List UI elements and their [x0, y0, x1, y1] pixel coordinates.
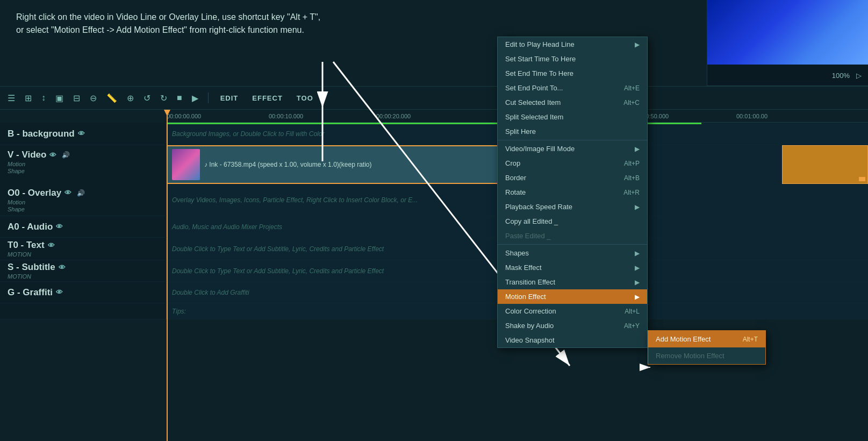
stop-icon[interactable]: ■: [175, 92, 184, 104]
ruler-icon[interactable]: 📏: [104, 92, 119, 104]
menu-item-edit-to-playhead[interactable]: Edit to Play Head Line ▶: [498, 37, 647, 52]
menu-label-edit-to-playhead: Edit to Play Head Line: [505, 40, 575, 48]
menu-arrow-motion-effect: ▶: [635, 293, 640, 301]
track-label-video: V - Video 👁 🔊 Motion Shape: [0, 145, 167, 184]
menu-label-crop: Crop: [505, 159, 520, 167]
overlay-sub-shape: Shape: [8, 206, 159, 212]
menu-label-motion-effect: Motion Effect: [505, 293, 546, 301]
overlay-speaker-icon[interactable]: 🔊: [77, 189, 85, 197]
menu-item-fill-mode[interactable]: Video/Image Fill Mode ▶: [498, 141, 647, 156]
play-icon[interactable]: ▶: [190, 92, 200, 104]
effect-button[interactable]: EFFECT: [248, 93, 287, 103]
menu-item-copy-edited[interactable]: Copy all Edited _: [498, 214, 647, 229]
list-icon[interactable]: ☰: [5, 92, 17, 104]
subtitle-eye-icon[interactable]: 👁: [59, 264, 66, 272]
ruler-mark-0: 00:00:00.000: [167, 113, 201, 119]
overlay-placeholder: Overlay Videos, Images, Icons, Particle …: [172, 196, 418, 204]
menu-item-video-snapshot[interactable]: Video Snapshot: [498, 333, 647, 347]
menu-shortcut-set-end-point: Alt+E: [624, 84, 640, 92]
menu-label-set-start-time: Set Start Time To Here: [505, 55, 576, 63]
menu-item-set-end-time[interactable]: Set End Time To Here: [498, 66, 647, 81]
video-clip-right: [782, 145, 868, 184]
toolbar-divider: [208, 93, 209, 103]
menu-item-border[interactable]: Border Alt+B: [498, 170, 647, 185]
submenu-add-motion-effect[interactable]: Add Motion Effect Alt+T: [648, 331, 765, 347]
menu-item-paste-edited[interactable]: Paste Edited _: [498, 229, 647, 243]
menu-item-color-correction[interactable]: Color Correction Alt+L: [498, 304, 647, 318]
track-label-subtitle: S - Subtitle 👁 MOTION: [0, 260, 167, 281]
split-icon[interactable]: ⊟: [71, 92, 82, 104]
video-sub-motion: Motion: [8, 161, 159, 167]
menu-shortcut-border: Alt+B: [624, 174, 640, 182]
video-eye-icon[interactable]: 👁: [49, 151, 56, 159]
menu-item-playback-speed[interactable]: Playback Speed Rate ▶: [498, 200, 647, 214]
text-eye-icon[interactable]: 👁: [48, 241, 55, 250]
track-name-text: T0 - Text 👁: [8, 240, 159, 251]
ruler-mark-1: 00:00:10.000: [269, 113, 303, 119]
audio-eye-icon[interactable]: 👁: [56, 223, 63, 231]
undo-icon[interactable]: ↺: [141, 92, 153, 104]
graffiti-eye-icon[interactable]: 👁: [56, 288, 63, 296]
menu-arrow-fill-mode: ▶: [635, 145, 640, 153]
track-name-overlay: O0 - Overlay 👁 🔊: [8, 188, 159, 198]
menu-item-crop[interactable]: Crop Alt+P: [498, 156, 647, 170]
menu-item-shapes[interactable]: Shapes ▶: [498, 246, 647, 260]
play-button[interactable]: ▷: [856, 72, 862, 80]
frame-icon[interactable]: ▣: [53, 92, 66, 104]
overlay-eye-icon[interactable]: 👁: [64, 189, 71, 197]
preview-panel: 100% ▷: [707, 0, 868, 86]
menu-item-shake-by-audio[interactable]: Shake by Audio Alt+Y: [498, 318, 647, 333]
context-menu: Edit to Play Head Line ▶ Set Start Time …: [497, 37, 648, 348]
menu-arrow-shapes: ▶: [635, 250, 640, 257]
menu-item-set-end-point[interactable]: Set End Point To... Alt+E: [498, 81, 647, 95]
menu-label-cut-selected: Cut Selected Item: [505, 98, 561, 106]
zoom-out-icon[interactable]: ⊖: [88, 92, 99, 104]
graffiti-name-text: G - Graffiti: [8, 287, 53, 298]
edit-button[interactable]: EDIT: [216, 93, 243, 103]
video-speaker-icon[interactable]: 🔊: [62, 151, 70, 159]
background-name-text: B - background: [8, 129, 75, 139]
menu-shortcut-color-correction: Alt+L: [625, 308, 640, 315]
video-clip-label: ♪ Ink - 67358.mp4 (speed x 1.00, volume …: [204, 161, 372, 168]
playhead[interactable]: [167, 110, 168, 441]
menu-item-rotate[interactable]: Rotate Alt+R: [498, 185, 647, 200]
menu-item-transition-effect[interactable]: Transition Effect ▶: [498, 275, 647, 289]
track-row-graffiti: G - Graffiti 👁 Double Click to Add Graff…: [0, 282, 868, 303]
menu-item-split-selected[interactable]: Split Selected Item: [498, 110, 647, 124]
menu-item-cut-selected[interactable]: Cut Selected Item Alt+C: [498, 95, 647, 110]
track-label-text: T0 - Text 👁 MOTION: [0, 238, 167, 260]
track-label-overlay: O0 - Overlay 👁 🔊 Motion Shape: [0, 184, 167, 216]
menu-label-paste-edited: Paste Edited _: [505, 232, 551, 240]
ruler-mark-2: 00:00:20.000: [376, 113, 411, 119]
track-area: B - background 👁 Background Images, or D…: [0, 123, 868, 441]
track-label-graffiti: G - Graffiti 👁: [0, 282, 167, 303]
tool-button[interactable]: TOO: [292, 93, 318, 103]
menu-label-video-snapshot: Video Snapshot: [505, 336, 555, 344]
menu-item-set-start-time[interactable]: Set Start Time To Here: [498, 52, 647, 66]
menu-label-shapes: Shapes: [505, 249, 529, 257]
instruction-line2: or select "Motion Effect -> Add Motion E…: [16, 24, 468, 37]
grid-icon[interactable]: ⊞: [23, 92, 34, 104]
redo-icon[interactable]: ↻: [158, 92, 169, 104]
menu-label-border: Border: [505, 174, 526, 182]
menu-item-mask-effect[interactable]: Mask Effect ▶: [498, 260, 647, 275]
overlay-sub-motion: Motion: [8, 199, 159, 205]
menu-item-split-here[interactable]: Split Here: [498, 124, 647, 139]
menu-label-copy-edited: Copy all Edited _: [505, 217, 558, 225]
menu-label-mask-effect: Mask Effect: [505, 264, 542, 272]
menu-label-color-correction: Color Correction: [505, 307, 556, 315]
background-placeholder: Background Images, or Double Click to Fi…: [172, 130, 324, 138]
track-row-audio: A0 - Audio 👁 Audio, Music and Audio Mixe…: [0, 216, 868, 238]
track-name-subtitle: S - Subtitle 👁: [8, 262, 159, 273]
zoom-in-icon[interactable]: ⊕: [125, 92, 136, 104]
menu-label-fill-mode: Video/Image Fill Mode: [505, 145, 575, 153]
submenu-remove-motion-effect[interactable]: Remove Motion Effect: [648, 347, 765, 364]
menu-arrow-transition-effect: ▶: [635, 279, 640, 286]
menu-item-motion-effect[interactable]: Motion Effect ▶: [498, 289, 647, 304]
background-eye-icon[interactable]: 👁: [78, 130, 85, 138]
menu-arrow-playback-speed: ▶: [635, 203, 640, 211]
subtitle-placeholder: Double Click to Type Text or Add Subtitl…: [172, 267, 384, 275]
sort-icon[interactable]: ↕: [39, 92, 48, 104]
track-row-video: V - Video 👁 🔊 Motion Shape ♪ Ink - 67358…: [0, 145, 868, 184]
track-name-graffiti: G - Graffiti 👁: [8, 287, 159, 298]
